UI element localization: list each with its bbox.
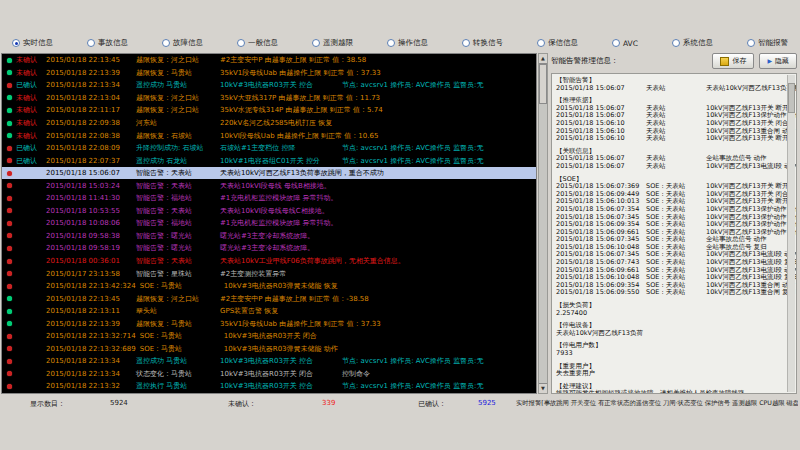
message: 10kV#3电抗器R03开关 控合 [220, 80, 342, 90]
line-text: 2015/01/18 15:06:09:550 [556, 289, 646, 297]
scroll-up-icon[interactable]: ▲ [539, 54, 547, 64]
alarm-row[interactable]: 2015/01/18 11:41:30智能告警：福地站#1充电机柜监控模块故障 … [2, 192, 536, 205]
panel-scroll-thumb[interactable] [788, 83, 795, 113]
timestamp: 2015/01/18 22:13:04 [46, 94, 136, 102]
alarm-row[interactable]: 2015/01/18 22:13:32遥控执行 马贵站10kV#3电抗器R03开… [2, 380, 536, 393]
alarm-row[interactable]: 未确认2015/01/18 22:09:38河东站220kV名河乙线2585电机… [2, 117, 536, 130]
alarm-row[interactable]: 已确认2015/01/18 22:13:34遥控成功 马贵站10kV#3电抗器R… [2, 79, 536, 92]
ack-status-icon [7, 384, 12, 389]
timestamp: 2015/01/18 22:13:34 [46, 81, 136, 89]
tab-realtime[interactable]: 实时信息 [12, 38, 53, 48]
source: 状态变化：马贵站 [136, 369, 220, 379]
ack-status-icon [7, 83, 12, 88]
tab-fault[interactable]: 故障信息 [162, 38, 203, 48]
detail: 节点: avcsrv1 操作员: AVC操作员 监督员:无 [342, 80, 483, 90]
tab-smart-alarm[interactable]: 智能报警 [747, 38, 788, 48]
ack-status-icon [7, 371, 12, 376]
tab-operation[interactable]: 操作信息 [387, 38, 428, 48]
source: 遥控执行 马贵站 [136, 381, 220, 391]
alarm-row[interactable]: 未确认2015/01/18 22:13:39越限恢复：马贵站35kV1段母线Ua… [2, 67, 536, 80]
timestamp: 2015/01/18 22:11:17 [46, 106, 136, 114]
alarm-list[interactable]: 未确认2015/01/18 22:13:45越限恢复：河之口站#2主变安中P 由… [1, 53, 537, 394]
tab-label: 保信信息 [548, 38, 578, 48]
inference-section: 【停电设备】天表站10kV河西乙线F13负荷 [556, 322, 786, 337]
alarm-row[interactable]: 2015/01/18 22:13:39越限恢复：马贵站35kV1段母线Uab 由… [2, 317, 536, 330]
timestamp: 2015/01/18 22:08:38 [46, 132, 136, 140]
scroll-down-icon[interactable]: ▼ [539, 383, 547, 393]
alarm-row[interactable]: 2015/01/18 15:03:24智能告警：天表站天表站10kVI段母线 母… [2, 179, 536, 192]
message: #2主变测控装置异常 [220, 269, 342, 279]
radio-icon [612, 39, 620, 47]
ack-status-icon [7, 321, 12, 326]
ack-status-icon [7, 121, 12, 126]
alarm-row[interactable]: 未确认2015/01/18 22:08:38越限恢复：石坡站10kVI段母线Ua… [2, 129, 536, 142]
section-line: 线路可能发生相间短路或接地故障，请相关维护人员检查故障线路 [556, 390, 786, 394]
save-button[interactable]: 保存 [712, 53, 754, 69]
message: 天表站10kV河西乙线F13负荷事故跳闸，重合不成功 [220, 168, 390, 178]
tab-telemetry-limit[interactable]: 遥测越限 [312, 38, 353, 48]
message: 10kV#1电容器组C01开关 控分 [220, 156, 342, 166]
tab-label: 系统信息 [683, 38, 713, 48]
alarm-row[interactable]: 2015/01/18 22:13:34遥控成功 马贵站10kV#3电抗器R03开… [2, 355, 536, 368]
alarm-row[interactable]: 2015/01/18 22:13:32:714SOE：马贵站10kV#3电抗器R… [2, 330, 536, 343]
alarm-row[interactable]: 2015/01/18 22:13:34状态变化：马贵站10kV#3电抗器R03开… [2, 368, 536, 381]
detail: 节点: avcsrv1 操作员: AVC操作员 监督员:无 [342, 381, 483, 391]
source: SOE：马贵站 [140, 344, 224, 354]
ack-status-icon [7, 133, 12, 138]
source: 遥控成功 马贵站 [136, 80, 220, 90]
alarm-row[interactable]: 2015/01/18 09:58:38智能告警：曙光站曙光站#3主变冷却系统故障… [2, 230, 536, 243]
timestamp: 2015/01/18 22:13:42:324 [46, 282, 140, 290]
ack-label: 未确认 [16, 93, 46, 103]
tab-accident[interactable]: 事故信息 [87, 38, 128, 48]
alarm-row[interactable]: 未确认2015/01/18 22:13:45越限恢复：河之口站#2主变安中P 由… [2, 54, 536, 67]
alarm-row[interactable]: 未确认2015/01/18 22:13:04越限恢复：河之口站35kV大亚线31… [2, 92, 536, 105]
ack-status-icon [7, 208, 12, 213]
inference-section: 【推理依据】2015/01/18 15:06:07天表站10kV河西乙线F13开… [556, 97, 786, 143]
alarm-row[interactable]: 2015/01/18 09:58:19智能告警：曙光站曙光站#3主变冷却系统故障… [2, 242, 536, 255]
tab-conversion-signal[interactable]: 转换信号 [462, 38, 503, 48]
source: 河东站 [136, 118, 220, 128]
section-line: 7933 [556, 350, 786, 358]
panel-scrollbar[interactable] [787, 75, 795, 392]
alarm-row[interactable]: 已确认2015/01/18 22:07:37遥控成功 石龙站10kV#1电容器组… [2, 154, 536, 167]
ack-status-icon [7, 309, 12, 314]
alarm-row[interactable]: 2015/01/18 22:13:11翠头站GPS装置告警 恢复 [2, 305, 536, 318]
alarm-row[interactable]: 2015/01/18 15:06:07智能告警：天表站天表站10kV河西乙线F1… [2, 167, 536, 180]
source: 智能告警：曙光站 [136, 243, 220, 253]
alarm-row[interactable]: 2015/01/18 22:13:42:324SOE：马贵站10kV#3电抗器R… [2, 280, 536, 293]
ack-status-icon [7, 296, 12, 301]
unack-count-value: 339 [322, 399, 335, 407]
list-scrollbar[interactable]: ▲ ▼ [538, 53, 548, 394]
alarm-row[interactable]: 已确认2015/01/18 22:08:09升降控制成功: 石坡站石坡站#1主变… [2, 142, 536, 155]
timestamp: 2015/01/18 22:09:38 [46, 119, 136, 127]
ack-status-icon [7, 108, 12, 113]
inference-section: 【SOE】2015/01/18 15:06:07:369SOE：天表站10kV河… [556, 176, 786, 298]
tab-avc[interactable]: AVC [612, 39, 638, 48]
message: #2主变安中P 由越事故上限 到正常 值：-38.58 [220, 294, 375, 304]
ack-status-icon [7, 171, 12, 176]
source: SOE：马贵站 [140, 331, 224, 341]
display-count-label: 显示数目： [30, 399, 65, 409]
alarm-row[interactable]: 2015/01/17 23:13:58智能告警：星珠站#2主变测控装置异常 [2, 267, 536, 280]
alarm-row[interactable]: 2015/01/18 10:08:06智能告警：福地站#1充电机柜监控模块故障 … [2, 217, 536, 230]
timestamp: 2015/01/18 22:13:45 [46, 295, 136, 303]
tab-protection-info[interactable]: 保信信息 [537, 38, 578, 48]
tab-system[interactable]: 系统信息 [672, 38, 713, 48]
alarm-row[interactable]: 2015/01/18 00:36:01智能告警：天表站天表站10kV工业甲线F0… [2, 255, 536, 268]
alarm-row[interactable]: 2015/01/18 22:13:32:689SOE：马贵站10kV#3电抗器R… [2, 343, 536, 356]
timestamp: 2015/01/18 15:03:24 [46, 182, 136, 190]
ack-status-icon [7, 259, 12, 264]
alarm-row[interactable]: 2015/01/18 22:13:45越限恢复：河之口站#2主变安中P 由越事故… [2, 292, 536, 305]
section-line: 2.257400 [556, 310, 786, 318]
hide-button[interactable]: ▶ 隐藏 [759, 53, 797, 69]
alarm-row[interactable]: 2015/01/18 10:53:55智能告警：天表站天表站10kVI段母线母线… [2, 205, 536, 218]
unack-count-label: 未确认： [228, 399, 256, 409]
source: 升降控制成功: 石坡站 [136, 143, 220, 153]
timestamp: 2015/01/17 23:13:58 [46, 270, 136, 278]
alarm-row[interactable]: 未确认2015/01/18 22:11:17越限恢复：河之口站35kV水泥专线3… [2, 104, 536, 117]
detail: 节点: avcsrv1 操作员: AVC操作员 监督员:无 [342, 356, 483, 366]
message: 220kV名河乙线2585电机打压 恢复 [220, 118, 342, 128]
tab-general[interactable]: 一般信息 [237, 38, 278, 48]
arrow-right-icon: ▶ [767, 58, 772, 64]
scroll-thumb[interactable] [539, 64, 547, 104]
